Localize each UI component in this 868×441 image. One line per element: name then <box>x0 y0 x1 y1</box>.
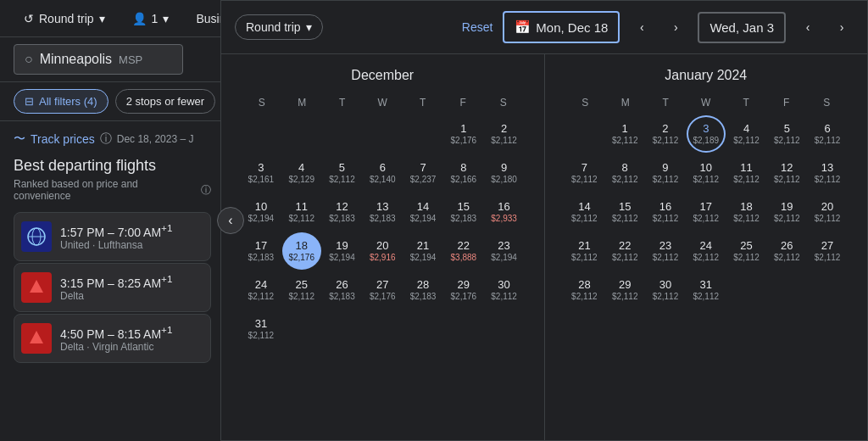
day-cell[interactable]: 5$2,112 <box>767 115 806 153</box>
day-cell[interactable]: 7$2,237 <box>403 154 442 192</box>
passenger-chevron: ▾ <box>163 12 169 25</box>
day-cell[interactable]: 20$2,916 <box>363 232 402 270</box>
flight-item[interactable]: 4:50 PM – 8:15 AM+1 Delta · Virgin Atlan… <box>14 314 211 363</box>
day-cell[interactable]: 8$2,166 <box>444 154 483 192</box>
day-cell[interactable]: 28$2,183 <box>403 271 442 309</box>
prev-month-arrow[interactable]: ‹ <box>217 207 244 234</box>
passengers-button[interactable]: 👤 1 ▾ <box>122 7 180 31</box>
day-cell[interactable]: 22$3,888 <box>444 232 483 270</box>
day-cell[interactable]: 6$2,140 <box>363 154 402 192</box>
day-cell[interactable]: 21$2,112 <box>565 232 604 270</box>
reset-button[interactable]: Reset <box>462 20 493 34</box>
day-cell[interactable]: 4$2,129 <box>282 154 321 192</box>
day-cell[interactable]: 15$2,183 <box>444 193 483 231</box>
calendar-trip-type[interactable]: Round trip ▾ <box>235 14 323 40</box>
day-cell[interactable]: 18$2,176 <box>282 232 321 270</box>
day-cell[interactable]: 12$2,112 <box>767 154 806 192</box>
day-cell[interactable]: 14$2,194 <box>403 193 442 231</box>
day-cell[interactable]: 29$2,176 <box>444 271 483 309</box>
airline-logo <box>21 323 52 354</box>
day-cell[interactable]: 17$2,183 <box>242 232 281 270</box>
day-cell[interactable]: 30$2,112 <box>646 271 685 309</box>
day-cell[interactable]: 13$2,183 <box>363 193 402 231</box>
day-cell[interactable]: 24$2,112 <box>242 271 281 309</box>
day-price: $2,112 <box>733 214 760 224</box>
day-cell[interactable]: 13$2,112 <box>808 154 847 192</box>
day-cell[interactable]: 31$2,112 <box>242 310 281 348</box>
day-number: 9 <box>501 161 507 175</box>
day-cell[interactable]: 14$2,112 <box>565 193 604 231</box>
airline-logo <box>21 221 52 252</box>
day-cell[interactable]: 20$2,112 <box>808 193 847 231</box>
day-cell[interactable]: 18$2,112 <box>727 193 766 231</box>
day-cell[interactable]: 5$2,112 <box>323 154 362 192</box>
december-weekdays: S M T W T F S <box>242 93 524 112</box>
day-cell[interactable]: 31$2,112 <box>687 271 726 309</box>
day-number: 21 <box>417 239 429 253</box>
day-cell[interactable]: 28$2,112 <box>565 271 604 309</box>
day-number: 11 <box>740 161 752 175</box>
day-cell[interactable]: 25$2,112 <box>282 271 321 309</box>
day-cell[interactable]: 19$2,112 <box>767 193 806 231</box>
empty-day <box>242 115 281 153</box>
day-cell[interactable]: 11$2,112 <box>282 193 321 231</box>
day-cell[interactable]: 3$2,161 <box>242 154 281 192</box>
day-price: $2,161 <box>248 175 275 185</box>
day-cell[interactable]: 9$2,180 <box>485 154 524 192</box>
subtitle-text: Ranked based on price and convenience <box>14 178 198 202</box>
day-cell[interactable]: 9$2,112 <box>646 154 685 192</box>
day-cell[interactable]: 26$2,183 <box>323 271 362 309</box>
day-cell[interactable]: 23$2,112 <box>646 232 685 270</box>
day-cell[interactable]: 23$2,194 <box>485 232 524 270</box>
day-cell[interactable]: 19$2,194 <box>323 232 362 270</box>
day-cell[interactable]: 2$2,112 <box>646 115 685 153</box>
day-cell[interactable]: 10$2,194 <box>242 193 281 231</box>
day-cell[interactable]: 12$2,183 <box>323 193 362 231</box>
day-cell[interactable]: 22$2,112 <box>605 232 644 270</box>
day-cell[interactable]: 17$2,112 <box>687 193 726 231</box>
day-cell[interactable]: 25$2,112 <box>727 232 766 270</box>
return-prev-arrow[interactable]: ‹ <box>796 15 820 39</box>
empty-day <box>565 115 604 153</box>
day-cell[interactable]: 16$2,112 <box>646 193 685 231</box>
flight-item[interactable]: 1:57 PM – 7:00 AM+1 United · Lufthansa <box>14 212 211 261</box>
track-prices-row[interactable]: 〜 Track prices ⓘ Dec 18, 2023 – J <box>14 131 211 147</box>
day-cell[interactable]: 26$2,112 <box>767 232 806 270</box>
day-cell[interactable]: 8$2,112 <box>605 154 644 192</box>
day-number: 13 <box>821 161 833 175</box>
day-cell[interactable]: 6$2,112 <box>808 115 847 153</box>
day-cell[interactable]: 11$2,112 <box>727 154 766 192</box>
day-price: $2,112 <box>815 253 841 263</box>
all-filters-button[interactable]: ⊟ All filters (4) <box>14 89 108 114</box>
flight-carrier: United · Lufthansa <box>60 239 203 251</box>
day-cell[interactable]: 15$2,112 <box>605 193 644 231</box>
day-cell[interactable]: 3$2,189 <box>687 115 726 153</box>
departure-prev-arrow[interactable]: ‹ <box>630 15 654 39</box>
day-cell[interactable]: 2$2,112 <box>485 115 524 153</box>
day-cell[interactable]: 29$2,112 <box>605 271 644 309</box>
day-cell[interactable]: 7$2,112 <box>565 154 604 192</box>
best-flights-title: Best departing flights <box>14 157 211 175</box>
flight-item[interactable]: 3:15 PM – 8:25 AM+1 Delta <box>14 263 211 312</box>
day-cell[interactable]: 27$2,112 <box>808 232 847 270</box>
departure-date-button[interactable]: 📅 Mon, Dec 18 <box>503 11 620 43</box>
day-cell[interactable]: 21$2,194 <box>403 232 442 270</box>
day-cell[interactable]: 1$2,112 <box>605 115 644 153</box>
day-cell[interactable]: 1$2,176 <box>444 115 483 153</box>
trip-type-button[interactable]: ↺ Round trip ▾ <box>14 7 115 31</box>
day-number: 11 <box>295 200 307 214</box>
day-number: 1 <box>622 122 628 136</box>
stops-filter-button[interactable]: 2 stops or fewer <box>115 89 216 114</box>
day-cell[interactable]: 27$2,176 <box>363 271 402 309</box>
return-date-button[interactable]: Wed, Jan 3 <box>698 12 786 43</box>
origin-input[interactable]: ○ Minneapolis MSP <box>14 44 183 75</box>
day-cell[interactable]: 4$2,112 <box>727 115 766 153</box>
departure-next-arrow[interactable]: › <box>664 15 687 39</box>
day-price: $2,112 <box>774 253 800 263</box>
return-next-arrow[interactable]: › <box>830 15 854 39</box>
day-cell[interactable]: 30$2,112 <box>485 271 524 309</box>
day-cell[interactable]: 16$2,933 <box>485 193 524 231</box>
day-cell[interactable]: 10$2,112 <box>687 154 726 192</box>
day-cell[interactable]: 24$2,112 <box>687 232 726 270</box>
day-price: $2,112 <box>653 175 679 185</box>
